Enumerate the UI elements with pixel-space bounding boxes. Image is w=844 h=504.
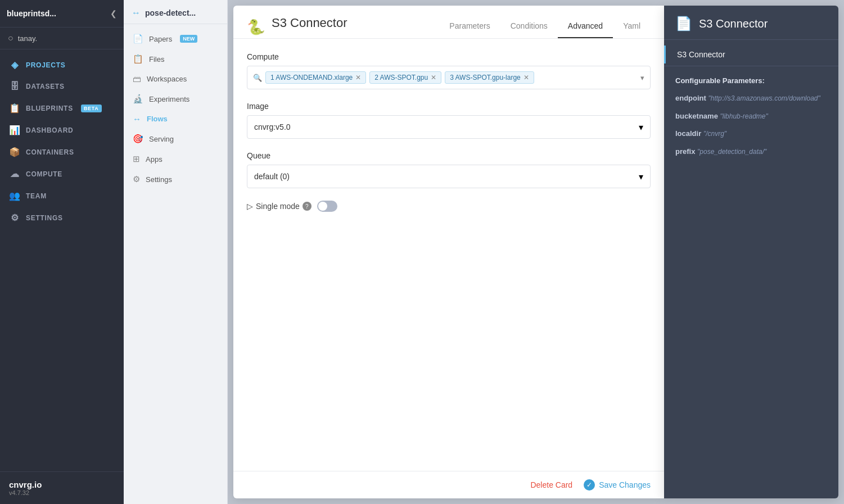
modal-title: S3 Connector (272, 16, 432, 38)
modal-connector-icon: 🐍 (247, 19, 265, 36)
tab-yaml[interactable]: Yaml (613, 17, 651, 38)
compute-tag-1-close[interactable]: ✕ (355, 74, 361, 81)
sidebar-item-team[interactable]: 👥 TEAM (0, 185, 124, 207)
modal-tabs: Parameters Conditions Advanced Yaml (439, 17, 651, 38)
modal-backdrop: 🐍 S3 Connector Parameters Conditions Adv… (228, 0, 844, 504)
sidebar-item-blueprints[interactable]: 📋 BLUEPRINTS BETA (0, 97, 124, 119)
flows-nav-experiments[interactable]: 🔬 Experiments (124, 89, 227, 109)
sidebar-item-settings[interactable]: ⚙ SETTINGS (0, 207, 124, 229)
flows-panel-header: ↔ pose-detect... (124, 0, 227, 24)
experiments-icon: 🔬 (133, 94, 143, 104)
sidebar: blueprintsd... ❮ ○ tanay. ◈ PROJECTS 🗄 D… (0, 0, 124, 504)
single-mode-row: ▷ Single mode ? (247, 201, 651, 212)
info-panel-header: 📄 S3 Connector (664, 6, 838, 40)
blueprints-icon: 📋 (9, 103, 20, 113)
sidebar-item-datasets[interactable]: 🗄 DATASETS (0, 76, 124, 97)
compute-tag-1: 1 AWS-ONDEMAND.xlarge ✕ (265, 71, 366, 84)
sidebar-user: ○ tanay. (0, 28, 124, 49)
image-caret-icon: ▾ (639, 122, 643, 133)
flows-nav-settings[interactable]: ⚙ Settings (124, 169, 227, 189)
save-changes-button[interactable]: ✓ Save Changes (584, 479, 651, 491)
flows-header-icon: ↔ (132, 8, 141, 18)
image-label: Image (247, 102, 651, 111)
queue-label: Queue (247, 151, 651, 160)
sidebar-item-projects[interactable]: ◈ PROJECTS (0, 54, 124, 76)
modal-card: 🐍 S3 Connector Parameters Conditions Adv… (233, 6, 664, 498)
compute-search-icon: 🔍 (253, 74, 262, 82)
compute-tag-3: 3 AWS-SPOT.gpu-large ✕ (445, 71, 534, 84)
flows-nav-flows[interactable]: ↔ Flows (124, 109, 227, 129)
single-mode-label: ▷ Single mode ? (247, 202, 312, 211)
sidebar-item-dashboard[interactable]: 📊 DASHBOARD (0, 119, 124, 141)
info-section-title: Configurable Parameters: (675, 76, 827, 85)
delete-card-button[interactable]: Delete Card (530, 480, 572, 489)
info-panel-nav-s3[interactable]: S3 Connector (664, 46, 838, 63)
info-panel-body: Configurable Parameters: endpoint "http:… (664, 66, 838, 174)
projects-icon: ◈ (9, 60, 20, 70)
sidebar-item-compute[interactable]: ☁ COMPUTE (0, 163, 124, 185)
tab-conditions[interactable]: Conditions (500, 17, 558, 38)
flows-nav-files[interactable]: 📋 Files (124, 49, 227, 69)
blueprints-badge: BETA (81, 105, 102, 112)
flows-panel-title: pose-detect... (145, 8, 196, 17)
sidebar-username: tanay. (18, 34, 37, 43)
single-mode-toggle[interactable] (317, 201, 337, 212)
tab-advanced[interactable]: Advanced (558, 17, 613, 38)
sidebar-logo: blueprintsd... (7, 9, 56, 18)
user-icon: ○ (8, 33, 13, 43)
papers-icon: 📄 (133, 34, 143, 44)
save-check-icon: ✓ (584, 479, 595, 491)
info-param-localdir: localdir "/cnvrg" (675, 128, 827, 139)
flows-nav: 📄 Papers NEW 📋 Files 🗃 Workspaces 🔬 Expe… (124, 24, 227, 194)
flows-settings-icon: ⚙ (133, 174, 140, 184)
tab-parameters[interactable]: Parameters (439, 17, 500, 38)
compute-caret-icon: ▾ (640, 74, 644, 82)
main-content: 🐍 S3 Connector Parameters Conditions Adv… (228, 0, 844, 504)
compute-label: Compute (247, 52, 651, 61)
queue-caret-icon: ▾ (639, 171, 643, 182)
info-param-bucketname: bucketname "libhub-readme" (675, 111, 827, 122)
queue-group: Queue default (0) ▾ (247, 151, 651, 188)
flows-nav-apps[interactable]: ⊞ Apps (124, 149, 227, 169)
sidebar-header: blueprintsd... ❮ (0, 0, 124, 28)
modal-header: 🐍 S3 Connector Parameters Conditions Adv… (233, 6, 664, 39)
image-select[interactable]: cnvrg:v5.0 ▾ (247, 115, 651, 139)
apps-icon: ⊞ (133, 154, 140, 164)
compute-tag-2-close[interactable]: ✕ (431, 74, 436, 81)
image-value: cnvrg:v5.0 (254, 122, 291, 131)
modal-footer: Delete Card ✓ Save Changes (233, 471, 664, 498)
info-param-endpoint: endpoint "http://s3.amazonaws.com/downlo… (675, 93, 827, 104)
queue-select[interactable]: default (0) ▾ (247, 165, 651, 188)
compute-group: Compute 🔍 1 AWS-ONDEMAND.xlarge ✕ 2 AWS-… (247, 52, 651, 89)
sidebar-collapse-icon[interactable]: ❮ (110, 9, 117, 18)
footer-logo: cnvrg.io (9, 480, 115, 489)
info-panel-title: S3 Connector (699, 17, 768, 30)
flows-nav-papers[interactable]: 📄 Papers NEW (124, 29, 227, 49)
workspaces-icon: 🗃 (133, 74, 141, 84)
sidebar-nav: ◈ PROJECTS 🗄 DATASETS 📋 BLUEPRINTS BETA … (0, 49, 124, 471)
image-group: Image cnvrg:v5.0 ▾ (247, 102, 651, 139)
flows-nav-workspaces[interactable]: 🗃 Workspaces (124, 69, 227, 89)
info-panel: 📄 S3 Connector S3 Connector Configurable… (664, 6, 838, 498)
info-param-prefix: prefix "pose_detection_data/" (675, 146, 827, 157)
team-icon: 👥 (9, 190, 20, 201)
papers-badge: NEW (180, 35, 197, 43)
info-panel-nav: S3 Connector (664, 40, 838, 66)
datasets-icon: 🗄 (9, 81, 20, 92)
compute-select[interactable]: 🔍 1 AWS-ONDEMAND.xlarge ✕ 2 AWS-SPOT.gpu… (247, 66, 651, 89)
flows-nav-serving[interactable]: 🎯 Serving (124, 129, 227, 149)
sidebar-footer: cnvrg.io v4.7.32 (0, 471, 124, 504)
footer-version: v4.7.32 (9, 489, 115, 496)
flows-panel: ↔ pose-detect... 📄 Papers NEW 📋 Files 🗃 … (124, 0, 228, 504)
queue-value: default (0) (254, 172, 290, 181)
info-panel-icon: 📄 (675, 16, 692, 31)
compute-icon: ☁ (9, 169, 20, 179)
sidebar-item-containers[interactable]: 📦 CONTAINERS (0, 141, 124, 163)
modal-body: Compute 🔍 1 AWS-ONDEMAND.xlarge ✕ 2 AWS-… (233, 39, 664, 471)
files-icon: 📋 (133, 54, 143, 64)
flows-icon: ↔ (133, 114, 141, 124)
compute-tag-2: 2 AWS-SPOT.gpu ✕ (369, 71, 441, 84)
single-mode-help-icon[interactable]: ? (303, 202, 312, 211)
dashboard-icon: 📊 (9, 125, 20, 135)
compute-tag-3-close[interactable]: ✕ (523, 74, 529, 81)
